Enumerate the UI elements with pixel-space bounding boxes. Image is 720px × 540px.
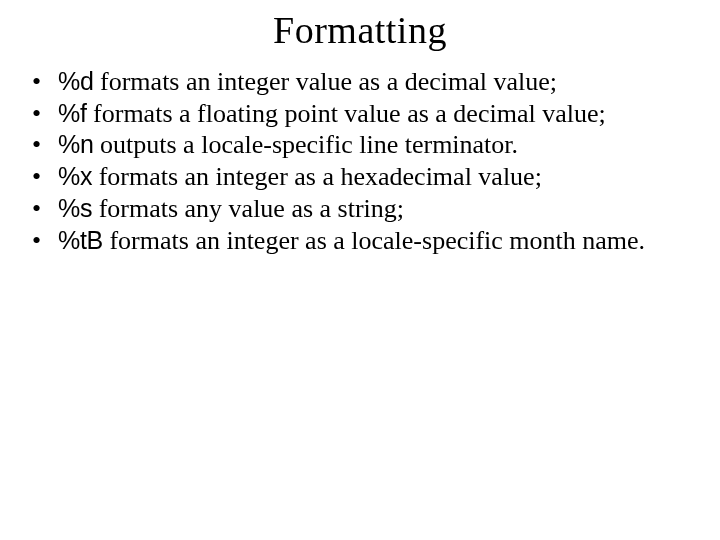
- list-item: • %tB formats an integer as a locale-spe…: [32, 225, 700, 257]
- bullet-icon: •: [32, 193, 58, 225]
- bullet-icon: •: [32, 66, 58, 98]
- format-code: %d: [58, 67, 94, 95]
- bullet-text: %s formats any value as a string;: [58, 193, 700, 225]
- bullet-icon: •: [32, 129, 58, 161]
- format-desc: formats any value as a string;: [92, 194, 404, 223]
- format-desc: formats an integer as a locale-specific …: [103, 226, 645, 255]
- format-desc: formats a floating point value as a deci…: [87, 99, 606, 128]
- bullet-text: %d formats an integer value as a decimal…: [58, 66, 700, 98]
- list-item: • %s formats any value as a string;: [32, 193, 700, 225]
- list-item: • %f formats a floating point value as a…: [32, 98, 700, 130]
- format-desc: formats an integer value as a decimal va…: [94, 67, 557, 96]
- list-item: • %d formats an integer value as a decim…: [32, 66, 700, 98]
- bullet-icon: •: [32, 225, 58, 257]
- bullet-text: %f formats a floating point value as a d…: [58, 98, 700, 130]
- format-desc: formats an integer as a hexadecimal valu…: [92, 162, 542, 191]
- bullet-text: %tB formats an integer as a locale-speci…: [58, 225, 700, 257]
- list-item: • %n outputs a locale-specific line term…: [32, 129, 700, 161]
- bullet-list: • %d formats an integer value as a decim…: [20, 66, 700, 256]
- format-desc: outputs a locale-specific line terminato…: [94, 130, 519, 159]
- bullet-icon: •: [32, 98, 58, 130]
- list-item: • %x formats an integer as a hexadecimal…: [32, 161, 700, 193]
- bullet-text: %x formats an integer as a hexadecimal v…: [58, 161, 700, 193]
- slide-title: Formatting: [20, 8, 700, 52]
- format-code: %n: [58, 130, 94, 158]
- slide-container: Formatting • %d formats an integer value…: [0, 0, 720, 540]
- format-code: %s: [58, 194, 92, 222]
- format-code: %f: [58, 99, 87, 127]
- format-code: %tB: [58, 226, 103, 254]
- bullet-text: %n outputs a locale-specific line termin…: [58, 129, 700, 161]
- bullet-icon: •: [32, 161, 58, 193]
- format-code: %x: [58, 162, 92, 190]
